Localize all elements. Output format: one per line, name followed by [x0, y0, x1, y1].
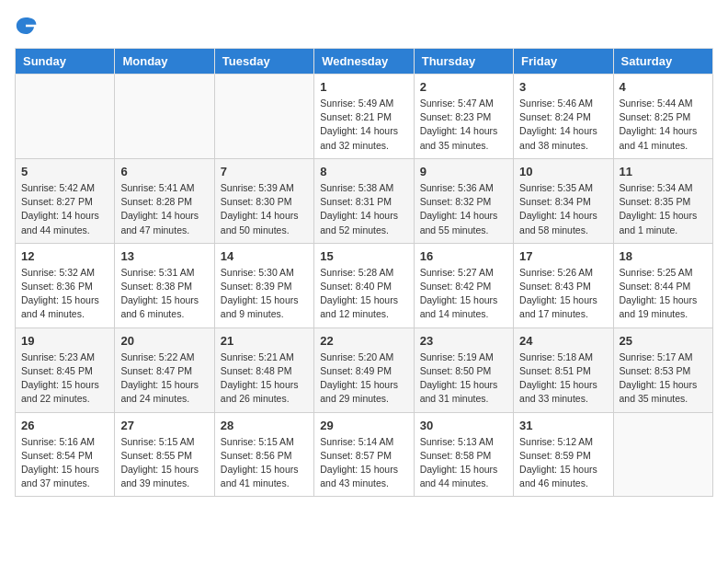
calendar-cell: 31Sunrise: 5:12 AM Sunset: 8:59 PM Dayli…	[514, 412, 613, 497]
calendar-cell: 19Sunrise: 5:23 AM Sunset: 8:45 PM Dayli…	[16, 327, 115, 412]
day-info: Sunrise: 5:41 AM Sunset: 8:28 PM Dayligh…	[120, 181, 208, 237]
calendar-cell	[115, 75, 214, 159]
day-number: 30	[420, 419, 507, 432]
calendar-header-thursday: Thursday	[414, 49, 513, 75]
calendar-header-wednesday: Wednesday	[314, 49, 414, 75]
calendar-cell: 20Sunrise: 5:22 AM Sunset: 8:47 PM Dayli…	[115, 327, 214, 412]
calendar-cell: 23Sunrise: 5:19 AM Sunset: 8:50 PM Dayli…	[414, 327, 513, 412]
calendar-header-sunday: Sunday	[16, 49, 115, 75]
calendar-cell: 4Sunrise: 5:44 AM Sunset: 8:25 PM Daylig…	[613, 75, 712, 159]
day-info: Sunrise: 5:30 AM Sunset: 8:39 PM Dayligh…	[221, 266, 308, 322]
calendar-cell: 17Sunrise: 5:26 AM Sunset: 8:43 PM Dayli…	[514, 243, 613, 327]
day-number: 11	[620, 165, 707, 178]
day-info: Sunrise: 5:36 AM Sunset: 8:32 PM Dayligh…	[420, 181, 507, 237]
calendar-cell: 13Sunrise: 5:31 AM Sunset: 8:38 PM Dayli…	[115, 243, 214, 327]
calendar-week-row: 26Sunrise: 5:16 AM Sunset: 8:54 PM Dayli…	[16, 412, 713, 497]
day-info: Sunrise: 5:39 AM Sunset: 8:30 PM Dayligh…	[221, 181, 308, 237]
calendar-cell: 5Sunrise: 5:42 AM Sunset: 8:27 PM Daylig…	[16, 158, 115, 243]
calendar-cell: 29Sunrise: 5:14 AM Sunset: 8:57 PM Dayli…	[314, 412, 414, 497]
day-number: 15	[320, 249, 407, 263]
day-number: 23	[420, 334, 507, 348]
day-number: 22	[320, 334, 407, 348]
day-info: Sunrise: 5:13 AM Sunset: 8:58 PM Dayligh…	[420, 435, 507, 491]
day-info: Sunrise: 5:44 AM Sunset: 8:25 PM Dayligh…	[620, 97, 707, 153]
day-number: 20	[120, 334, 208, 348]
calendar-cell: 15Sunrise: 5:28 AM Sunset: 8:40 PM Dayli…	[314, 243, 414, 327]
calendar-cell: 30Sunrise: 5:13 AM Sunset: 8:58 PM Dayli…	[414, 412, 513, 497]
day-number: 16	[420, 249, 507, 263]
calendar-header-row: SundayMondayTuesdayWednesdayThursdayFrid…	[16, 49, 713, 75]
day-info: Sunrise: 5:27 AM Sunset: 8:42 PM Dayligh…	[420, 266, 507, 322]
day-number: 12	[21, 249, 108, 263]
calendar-week-row: 5Sunrise: 5:42 AM Sunset: 8:27 PM Daylig…	[16, 158, 713, 243]
logo	[15, 15, 40, 37]
calendar-cell: 1Sunrise: 5:49 AM Sunset: 8:21 PM Daylig…	[314, 75, 414, 159]
day-info: Sunrise: 5:17 AM Sunset: 8:53 PM Dayligh…	[620, 350, 707, 407]
day-info: Sunrise: 5:21 AM Sunset: 8:48 PM Dayligh…	[221, 350, 308, 407]
page-header	[15, 15, 713, 37]
calendar-cell: 22Sunrise: 5:20 AM Sunset: 8:49 PM Dayli…	[314, 327, 414, 412]
day-number: 28	[221, 419, 308, 432]
day-info: Sunrise: 5:34 AM Sunset: 8:35 PM Dayligh…	[620, 181, 707, 237]
calendar-cell: 10Sunrise: 5:35 AM Sunset: 8:34 PM Dayli…	[514, 158, 613, 243]
day-info: Sunrise: 5:15 AM Sunset: 8:55 PM Dayligh…	[120, 435, 208, 491]
calendar-header-friday: Friday	[514, 49, 613, 75]
day-number: 29	[320, 419, 407, 432]
day-info: Sunrise: 5:22 AM Sunset: 8:47 PM Dayligh…	[120, 350, 208, 407]
day-info: Sunrise: 5:23 AM Sunset: 8:45 PM Dayligh…	[21, 350, 108, 407]
day-number: 8	[320, 165, 407, 178]
day-info: Sunrise: 5:19 AM Sunset: 8:50 PM Dayligh…	[420, 350, 507, 407]
day-info: Sunrise: 5:49 AM Sunset: 8:21 PM Dayligh…	[320, 97, 407, 153]
calendar-cell: 11Sunrise: 5:34 AM Sunset: 8:35 PM Dayli…	[613, 158, 712, 243]
logo-icon	[15, 15, 37, 37]
day-number: 18	[620, 249, 707, 263]
day-number: 13	[120, 249, 208, 263]
day-info: Sunrise: 5:16 AM Sunset: 8:54 PM Dayligh…	[21, 435, 108, 491]
day-number: 24	[519, 334, 607, 348]
day-info: Sunrise: 5:47 AM Sunset: 8:23 PM Dayligh…	[420, 97, 507, 153]
day-info: Sunrise: 5:12 AM Sunset: 8:59 PM Dayligh…	[519, 435, 607, 491]
day-number: 7	[221, 165, 308, 178]
calendar-cell: 27Sunrise: 5:15 AM Sunset: 8:55 PM Dayli…	[115, 412, 214, 497]
calendar-header-saturday: Saturday	[613, 49, 712, 75]
day-info: Sunrise: 5:26 AM Sunset: 8:43 PM Dayligh…	[519, 266, 607, 322]
day-info: Sunrise: 5:32 AM Sunset: 8:36 PM Dayligh…	[21, 266, 108, 322]
calendar-cell: 21Sunrise: 5:21 AM Sunset: 8:48 PM Dayli…	[214, 327, 313, 412]
calendar-header-monday: Monday	[115, 49, 214, 75]
day-number: 3	[519, 80, 607, 94]
day-info: Sunrise: 5:20 AM Sunset: 8:49 PM Dayligh…	[320, 350, 407, 407]
calendar-week-row: 1Sunrise: 5:49 AM Sunset: 8:21 PM Daylig…	[16, 75, 713, 159]
day-number: 19	[21, 334, 108, 348]
day-info: Sunrise: 5:25 AM Sunset: 8:44 PM Dayligh…	[620, 266, 707, 322]
calendar-cell: 8Sunrise: 5:38 AM Sunset: 8:31 PM Daylig…	[314, 158, 414, 243]
day-info: Sunrise: 5:31 AM Sunset: 8:38 PM Dayligh…	[120, 266, 208, 322]
day-number: 9	[420, 165, 507, 178]
day-number: 1	[320, 80, 407, 94]
calendar-cell: 16Sunrise: 5:27 AM Sunset: 8:42 PM Dayli…	[414, 243, 513, 327]
day-number: 27	[120, 419, 208, 432]
calendar-cell: 3Sunrise: 5:46 AM Sunset: 8:24 PM Daylig…	[514, 75, 613, 159]
day-info: Sunrise: 5:28 AM Sunset: 8:40 PM Dayligh…	[320, 266, 407, 322]
calendar-cell	[613, 412, 712, 497]
day-number: 4	[620, 80, 707, 94]
day-info: Sunrise: 5:14 AM Sunset: 8:57 PM Dayligh…	[320, 435, 407, 491]
calendar-cell: 26Sunrise: 5:16 AM Sunset: 8:54 PM Dayli…	[16, 412, 115, 497]
calendar-week-row: 19Sunrise: 5:23 AM Sunset: 8:45 PM Dayli…	[16, 327, 713, 412]
day-number: 2	[420, 80, 507, 94]
day-info: Sunrise: 5:15 AM Sunset: 8:56 PM Dayligh…	[221, 435, 308, 491]
calendar-cell	[214, 75, 313, 159]
calendar-cell: 24Sunrise: 5:18 AM Sunset: 8:51 PM Dayli…	[514, 327, 613, 412]
calendar-cell: 7Sunrise: 5:39 AM Sunset: 8:30 PM Daylig…	[214, 158, 313, 243]
calendar-cell: 2Sunrise: 5:47 AM Sunset: 8:23 PM Daylig…	[414, 75, 513, 159]
day-number: 10	[519, 165, 607, 178]
day-number: 17	[519, 249, 607, 263]
day-number: 14	[221, 249, 308, 263]
day-info: Sunrise: 5:46 AM Sunset: 8:24 PM Dayligh…	[519, 97, 607, 153]
calendar-cell: 18Sunrise: 5:25 AM Sunset: 8:44 PM Dayli…	[613, 243, 712, 327]
calendar-cell: 9Sunrise: 5:36 AM Sunset: 8:32 PM Daylig…	[414, 158, 513, 243]
calendar-cell: 14Sunrise: 5:30 AM Sunset: 8:39 PM Dayli…	[214, 243, 313, 327]
day-number: 31	[519, 419, 607, 432]
day-info: Sunrise: 5:18 AM Sunset: 8:51 PM Dayligh…	[519, 350, 607, 407]
calendar-table: SundayMondayTuesdayWednesdayThursdayFrid…	[15, 48, 713, 497]
day-info: Sunrise: 5:38 AM Sunset: 8:31 PM Dayligh…	[320, 181, 407, 237]
